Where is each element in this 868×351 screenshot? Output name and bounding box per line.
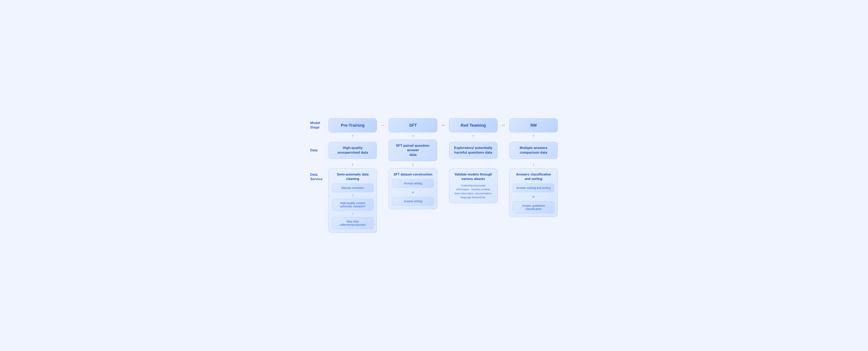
data-title-4: Multiple answerscomparison data [520,146,548,154]
data-box-2: SFT paired question-answerdata [389,140,437,161]
up-arrow-2b: ↑ [412,163,414,167]
data-label: Data [310,140,329,161]
arrow-row-2: ↑ ↑ ↑ [310,161,558,168]
manual-correction: Manual correction [332,184,374,192]
service-title-2: SFT dataset construction [392,172,434,177]
diagram-container: ModelStage Pre-Training → SFT ↔ R [306,112,562,239]
service-box-1: Semi-automatic data cleaning Manual corr… [329,168,377,233]
col1-data: High-qualityunsupervised data [329,142,377,159]
up-arrow-col3: ↑ [449,132,498,140]
data-box-3: Exploratory/ potentiallyharmful question… [449,142,498,159]
up-arrow-3: ↑ [472,134,474,138]
up-arrow-1b: ↑ [351,163,354,167]
answer-scoring: Answer scoring and sorting [513,184,555,192]
red-teaming-box: Red Teaming [449,118,498,132]
arrow-3-4: ↔ [500,123,506,128]
pre-training-box: Pre-Training [329,118,377,132]
service-box-4: Answers classificationand sorting Answer… [509,168,558,217]
data-box-1: High-qualityunsupervised data [329,142,377,159]
rm-box: RM [509,118,558,132]
up-arrow-4: ↑ [532,134,535,138]
arrow-2-3: ↔ [440,123,446,128]
model-stage-label: ModelStage [310,118,329,132]
up-arrow-1: ↑ [351,134,354,138]
up-arrow-col2b: ↑ [389,161,437,168]
col1-service: Semi-automatic data cleaning Manual corr… [329,168,377,233]
sft-box: SFT [389,118,437,132]
arrow-row-1-content: ↑ ↑ ↑ ↑ [329,132,558,140]
answer-writing: Answer writing [392,197,434,205]
up-arrow-col1b: ↑ [329,161,377,168]
up-arrow-col2: ↑ [389,132,437,140]
data-title-2: SFT paired question-answerdata [396,144,430,157]
up-arrow-col3b [449,161,498,168]
sft-label: SFT [409,123,417,127]
data-title-3: Exploratory/ potentiallyharmful question… [454,146,492,154]
service-content: Semi-automatic data cleaning Manual corr… [329,168,558,233]
data-box-4: Multiple answerscomparison data [509,142,558,159]
col4-data: Multiple answerscomparison data [509,142,558,159]
arrow-row-1-label [310,132,329,140]
data-content: High-qualityunsupervised data SFT paired… [329,140,558,161]
raw-data-collection: Raw datacollection/production [332,217,374,229]
inner-arrow-1: ↑ [332,193,374,198]
service-label: DataService [310,168,329,181]
arrow-row-2-label [310,161,329,168]
service-box-3: Validate models throughvarious attacks C… [449,168,498,203]
data-title-1: High-qualityunsupervised data [337,146,368,154]
inner-arrow-2: ↑ [332,212,374,216]
arrow-row-1: ↑ ↑ ↑ ↑ [310,132,558,140]
service-row: DataService Semi-automatic data cleaning… [310,168,558,233]
service-title-1: Semi-automatic data cleaning [332,172,374,181]
up-arrow-2: ↑ [412,134,414,138]
plus-2: ＋ [513,194,555,200]
up-arrow-4b: ↑ [532,163,535,167]
col2-data: SFT paired question-answerdata [389,140,437,161]
model-stage-row: ModelStage Pre-Training → SFT ↔ R [310,118,558,132]
up-arrow-col4b: ↑ [509,161,558,168]
prompt-writing: Prompt writing [392,179,434,188]
col3-data: Exploratory/ potentiallyharmful question… [449,142,498,159]
up-arrow-col1: ↑ [329,132,377,140]
arrow-1-2: → [380,123,386,128]
model-stage-content: Pre-Training → SFT ↔ Red Teaming ↔ [329,118,558,132]
col2-stage: SFT [389,118,437,132]
red-teaming-label: Red Teaming [461,123,486,127]
service-title-3: Validate models throughvarious attacks [453,172,494,181]
service-desc-3: Collecting inaccurateinformation , harmf… [453,184,494,199]
arrow-row-2-content: ↑ ↑ ↑ [329,161,558,168]
answer-qualitative: Answer qualitative classification [513,201,555,213]
col2-service: SFT dataset construction Prompt writing … [389,168,437,209]
rm-label: RM [530,123,537,127]
high-quality-extraction: High-quality contentautomatic extraction [332,199,374,210]
service-title-4: Answers classificationand sorting [513,172,555,181]
col1-stage: Pre-Training [329,118,377,132]
up-arrow-col4: ↑ [509,132,558,140]
col3-stage: Red Teaming [449,118,498,132]
col3-service: Validate models throughvarious attacks C… [449,168,498,203]
col4-service: Answers classificationand sorting Answer… [509,168,558,217]
data-row: Data High-qualityunsupervised data SFT p… [310,140,558,161]
plus-1: ＋ [392,189,434,195]
service-box-2: SFT dataset construction Prompt writing … [389,168,437,209]
pre-training-label: Pre-Training [341,123,365,127]
col4-stage: RM [509,118,558,132]
